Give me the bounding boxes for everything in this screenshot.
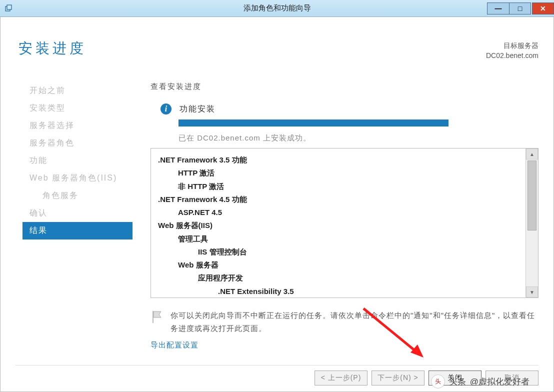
feature-item: .NET Framework 4.5 功能 [158,193,518,206]
minimize-button[interactable]: — [487,2,509,14]
sidebar-step-web-server-iis: Web 服务器角色(IIS) [22,170,132,187]
feature-item: .NET Extensibility 3.5 [158,285,518,298]
main-area: 安装进度 目标服务器 DC02.benet.com 开始之前 安装类型 服务器选… [0,17,554,392]
svg-rect-1 [7,5,12,10]
titlebar: 添加角色和功能向导 — □ ✕ [0,0,554,17]
target-server-label: 目标服务器 [486,41,538,51]
feature-scrollbar[interactable]: ▲ ▼ [526,148,538,298]
sidebar-step-install-type: 安装类型 [22,100,132,117]
window-controls: — □ ✕ [487,2,554,14]
feature-list: .NET Framework 3.5 功能 HTTP 激活 非 HTTP 激活 … [151,148,526,298]
window-title: 添加角色和功能向导 [0,4,554,13]
sidebar-step-role-services: 角色服务 [22,187,132,204]
sidebar-step-server-selection: 服务器选择 [22,117,132,134]
scroll-up-button[interactable]: ▲ [526,148,538,160]
status-row: i 功能安装 [160,104,538,114]
target-server-name: DC02.benet.com [486,51,538,61]
flag-icon [150,310,164,325]
target-server-info: 目标服务器 DC02.benet.com [486,41,538,60]
info-icon: i [160,104,172,114]
app-icon [4,4,13,13]
feature-item: 管理工具 [158,232,518,246]
content-pane: 查看安装进度 i 功能安装 已在 DC02.benet.com 上安装成功。 .… [150,82,538,350]
maximize-button[interactable]: □ [509,2,531,14]
note-row: 你可以关闭此向导而不中断正在运行的任务。请依次单击命令栏中的"通知"和"任务详细… [150,309,538,334]
sidebar-step-confirmation: 确认 [22,204,132,222]
sidebar-step-server-roles: 服务器角色 [22,134,132,152]
feature-item: .NET Framework 3.5 功能 [158,154,518,166]
feature-item: HTTP 激活 [158,166,518,180]
feature-item: 非 HTTP 激活 [158,180,518,193]
close-button[interactable]: ✕ [532,2,554,14]
sidebar-step-results[interactable]: 结果 [22,222,132,240]
scroll-thumb[interactable] [528,160,536,230]
close-wizard-button[interactable]: 关闭 [428,370,482,386]
feature-item: Web 服务器(IIS) [158,219,518,232]
cancel-button: 取消 [486,370,538,386]
sidebar-step-before-begin: 开始之前 [22,82,132,100]
footer-separator [16,365,538,366]
feature-item: ASP.NET 4.5 [158,206,518,219]
sidebar-step-features: 功能 [22,152,132,170]
note-text: 你可以关闭此向导而不中断正在运行的任务。请依次单击命令栏中的"通知"和"任务详细… [170,309,538,334]
prev-button: < 上一步(P) [314,370,368,386]
feature-item: IIS 管理控制台 [158,246,518,258]
feature-item: Web 服务器 [158,258,518,272]
scroll-down-button[interactable]: ▼ [526,286,538,298]
next-button: 下一步(N) > [372,370,424,386]
wizard-sidebar: 开始之前 安装类型 服务器选择 服务器角色 功能 Web 服务器角色(IIS) … [22,82,132,240]
feature-list-box: .NET Framework 3.5 功能 HTTP 激活 非 HTTP 激活 … [150,148,538,298]
progress-bar [178,120,448,126]
view-heading: 查看安装进度 [150,82,538,92]
feature-item: 应用程序开发 [158,272,518,284]
footer-buttons: < 上一步(P) 下一步(N) > 关闭 取消 [314,370,538,386]
progress-message: 已在 DC02.benet.com 上安装成功。 [178,134,538,143]
export-config-link[interactable]: 导出配置设置 [150,340,198,350]
status-text: 功能安装 [180,104,216,114]
page-title: 安装进度 [18,39,86,58]
